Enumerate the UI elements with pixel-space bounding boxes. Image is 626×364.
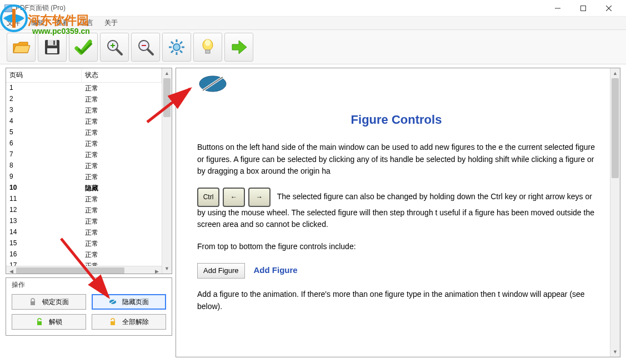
- cell-page: 15: [6, 238, 82, 249]
- table-row[interactable]: 4正常: [6, 116, 162, 127]
- cell-status: 正常: [82, 116, 162, 127]
- maximize-button[interactable]: [570, 0, 596, 17]
- menu-edit[interactable]: 编辑: [31, 18, 44, 28]
- add-figure-inline-button[interactable]: Add Figure: [197, 263, 245, 279]
- table-row[interactable]: 8正常: [6, 160, 162, 171]
- table-row[interactable]: 7正常: [6, 149, 162, 160]
- table-row[interactable]: 5正常: [6, 127, 162, 138]
- column-header-page[interactable]: 页码: [6, 68, 82, 82]
- lock-page-label: 锁定页面: [42, 297, 69, 307]
- svg-line-24: [180, 42, 182, 44]
- vscroll-thumb[interactable]: [163, 78, 171, 117]
- cell-page: 5: [6, 127, 82, 138]
- menu-language[interactable]: 语言: [80, 18, 93, 28]
- document-content[interactable]: Figure Controls Buttons on the left hand…: [176, 68, 610, 357]
- cell-page: 12: [6, 205, 82, 216]
- table-row[interactable]: 17正常: [6, 260, 162, 266]
- preview-vertical-scrollbar[interactable]: ▲ ▼: [610, 68, 620, 357]
- table-row[interactable]: 14正常: [6, 227, 162, 238]
- settings-button[interactable]: [162, 33, 191, 62]
- apply-button[interactable]: [69, 33, 98, 62]
- content-heading: Figure Controls: [197, 113, 595, 127]
- menu-view[interactable]: 查看: [56, 18, 69, 28]
- scroll-down-icon[interactable]: ▼: [162, 264, 172, 274]
- cell-status: 正常: [82, 260, 162, 266]
- cell-status: 正常: [82, 105, 162, 116]
- cell-status: 正常: [82, 216, 162, 227]
- content-add-figure-row: Add Figure Add Figure: [197, 263, 595, 279]
- svg-rect-7: [48, 40, 57, 46]
- cell-page: 1: [6, 83, 82, 94]
- add-figure-title: Add Figure: [253, 265, 297, 275]
- table-row[interactable]: 11正常: [6, 194, 162, 205]
- svg-line-22: [171, 42, 173, 44]
- svg-rect-32: [37, 321, 42, 325]
- cell-page: 17: [6, 260, 82, 266]
- clear-all-button[interactable]: 全部解除: [92, 314, 166, 330]
- minimize-button[interactable]: [545, 0, 570, 17]
- svg-rect-29: [31, 301, 35, 305]
- table-row[interactable]: 13正常: [6, 216, 162, 227]
- menu-bar: 文件 编辑 查看 语言 关于: [0, 17, 626, 30]
- svg-rect-9: [47, 48, 57, 53]
- table-row[interactable]: 16正常: [6, 249, 162, 260]
- title-bar: PDF页面锁 (Pro): [0, 0, 626, 17]
- save-button[interactable]: [38, 33, 67, 62]
- cell-status: 正常: [82, 94, 162, 105]
- table-row[interactable]: 6正常: [6, 138, 162, 149]
- operations-title: 操作: [12, 280, 166, 290]
- operations-panel: 操作 锁定页面 隐藏页面 解锁 全部解除: [6, 277, 172, 336]
- open-file-button[interactable]: [7, 33, 36, 62]
- lock-page-button[interactable]: 锁定页面: [12, 294, 86, 310]
- cell-page: 10: [6, 183, 82, 194]
- cell-status: 正常: [82, 194, 162, 205]
- hide-page-button[interactable]: 隐藏页面: [92, 294, 166, 310]
- preview-vscroll-thumb[interactable]: [612, 78, 619, 178]
- preview-scroll-up-icon[interactable]: ▲: [610, 68, 620, 78]
- right-arrow-key-icon: →: [248, 188, 271, 207]
- scroll-right-icon[interactable]: ▶: [152, 266, 162, 274]
- cell-status: 正常: [82, 205, 162, 216]
- cell-status: 正常: [82, 83, 162, 94]
- page-list-body[interactable]: 1正常2正常3正常4正常5正常6正常7正常8正常9正常10隐藏11正常12正常1…: [6, 83, 162, 266]
- preview-panel: Figure Controls Buttons on the left hand…: [176, 68, 620, 357]
- table-row[interactable]: 1正常: [6, 83, 162, 94]
- horizontal-scrollbar[interactable]: ◀ ▶: [6, 266, 162, 274]
- scroll-left-icon[interactable]: ◀: [6, 266, 16, 274]
- svg-line-25: [171, 50, 173, 53]
- cell-status: 正常: [82, 127, 162, 138]
- svg-line-11: [117, 49, 122, 54]
- cell-status: 隐藏: [82, 183, 162, 194]
- next-button[interactable]: [224, 33, 253, 62]
- cell-page: 16: [6, 249, 82, 260]
- cell-status: 正常: [82, 149, 162, 160]
- tips-button[interactable]: [193, 33, 222, 62]
- cell-page: 13: [6, 216, 82, 227]
- zoom-in-button[interactable]: [100, 33, 129, 62]
- cell-page: 14: [6, 227, 82, 238]
- cell-page: 2: [6, 94, 82, 105]
- vertical-scrollbar[interactable]: ▲ ▼: [162, 68, 172, 274]
- table-row[interactable]: 9正常: [6, 171, 162, 183]
- unlock-icon: [36, 318, 43, 326]
- table-row[interactable]: 3正常: [6, 105, 162, 116]
- menu-file[interactable]: 文件: [7, 18, 20, 28]
- svg-rect-33: [111, 321, 115, 325]
- toolbar: [0, 30, 626, 64]
- svg-line-23: [180, 50, 182, 53]
- table-row[interactable]: 10隐藏: [6, 183, 162, 194]
- table-row[interactable]: 15正常: [6, 238, 162, 249]
- unlock-button[interactable]: 解锁: [12, 314, 86, 330]
- close-button[interactable]: [596, 0, 622, 17]
- table-row[interactable]: 2正常: [6, 94, 162, 105]
- svg-line-15: [148, 49, 153, 54]
- svg-rect-8: [53, 41, 55, 45]
- scroll-up-icon[interactable]: ▲: [162, 68, 172, 78]
- hscroll-thumb[interactable]: [16, 267, 124, 274]
- content-para-3: From top to bottom the figure controls i…: [197, 241, 595, 253]
- menu-about[interactable]: 关于: [104, 18, 118, 28]
- zoom-out-button[interactable]: [131, 33, 160, 62]
- column-header-status[interactable]: 状态: [82, 68, 162, 82]
- preview-scroll-down-icon[interactable]: ▼: [610, 347, 620, 357]
- table-row[interactable]: 12正常: [6, 205, 162, 216]
